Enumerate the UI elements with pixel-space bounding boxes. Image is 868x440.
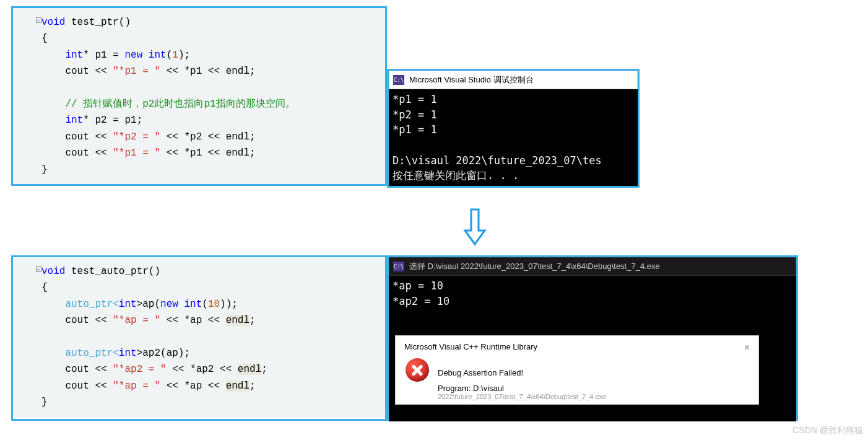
console-line: *p2 = 1: [393, 108, 437, 121]
code-text: "*ap2 = ": [113, 364, 166, 375]
code-text: void: [41, 17, 65, 28]
code-text: auto_ptr<: [65, 299, 118, 310]
code-text: test_auto_ptr(): [65, 266, 160, 277]
code-text: << *ap <<: [160, 381, 226, 392]
code-text: ;: [261, 364, 267, 375]
code-text: 1: [172, 50, 178, 61]
code-text: (: [167, 50, 173, 61]
code-text: cout <<: [65, 381, 113, 392]
code-text: cout <<: [65, 315, 113, 326]
arrow-down-icon: [462, 208, 487, 247]
dialog-text: 2022\future_2023_07\test_7_4\x64\Debug\t…: [438, 393, 750, 400]
code-text: }: [41, 164, 48, 175]
cmd-icon: C:\: [393, 75, 404, 85]
code-text: "*ap = ": [113, 381, 160, 392]
code-text: int: [184, 299, 202, 310]
code-text: cout <<: [65, 364, 113, 375]
code-text: new: [124, 50, 142, 61]
runtime-error-dialog[interactable]: Microsoft Visual C++ Runtime Library × D…: [395, 335, 759, 405]
bottom-code-panel: void test_auto_ptr() { auto_ptr<int>ap(n…: [11, 255, 387, 421]
code-text: [142, 50, 149, 61]
top-console-panel: C:\ Microsoft Visual Studio 调试控制台 *p1 = …: [387, 69, 640, 188]
error-icon: [406, 358, 429, 382]
code-text: ;: [250, 381, 256, 392]
code-text: int: [149, 50, 167, 61]
code-text: 10: [208, 299, 220, 310]
close-icon[interactable]: ×: [744, 342, 750, 353]
code-text: ;: [250, 315, 256, 326]
console-line: *p1 = 1: [393, 123, 437, 136]
code-text: endl: [238, 364, 261, 375]
code-text: int: [119, 299, 137, 310]
code-text: cout <<: [65, 147, 113, 159]
code-text: endl: [226, 381, 250, 392]
code-comment: // 指针赋值时，p2此时也指向p1指向的那块空间。: [65, 99, 295, 110]
code-editor-bottom: void test_auto_ptr() { auto_ptr<int>ap(n…: [13, 257, 385, 417]
console-line: *ap2 = 10: [393, 295, 449, 307]
code-text: >ap(: [137, 299, 160, 310]
console-line: D:\visaul 2022\future_2023_07\tes: [393, 154, 602, 167]
cmd-icon: C:\: [393, 262, 404, 271]
console-line: *ap = 10: [393, 279, 443, 292]
code-text: * p1 =: [83, 50, 124, 61]
console-title-text: Microsoft Visual Studio 调试控制台: [409, 74, 534, 86]
console-bottom: C:\ 选择 D:\visaul 2022\future_2023_07\tes…: [389, 257, 796, 419]
console-top: C:\ Microsoft Visual Studio 调试控制台 *p1 = …: [389, 71, 638, 186]
code-editor-top: void test_ptr() { int* p1 = new int(1); …: [13, 8, 385, 184]
dialog-text: Program: D:\visaul: [438, 384, 750, 393]
code-text: {: [41, 282, 48, 293]
code-text: "*p1 = ": [113, 66, 160, 77]
code-text: void: [41, 266, 65, 277]
console-titlebar[interactable]: C:\ Microsoft Visual Studio 调试控制台: [389, 71, 638, 89]
code-text: new: [160, 299, 178, 310]
code-text: int: [65, 50, 83, 61]
code-text: endl: [226, 315, 250, 326]
code-text: test_ptr(): [65, 17, 131, 28]
code-text: << *ap2 <<: [167, 364, 238, 375]
console-line: *p1 = 1: [393, 93, 437, 105]
code-text: << *p1 << endl;: [160, 66, 256, 77]
console-output: *p1 = 1 *p2 = 1 *p1 = 1 D:\visaul 2022\f…: [389, 89, 638, 186]
dialog-body: Debug Assertion Failed! Program: D:\visa…: [396, 357, 758, 404]
code-text: cout <<: [65, 131, 113, 143]
code-text: "*p2 = ": [113, 131, 160, 143]
code-text: << *ap <<: [160, 315, 226, 326]
top-code-panel: void test_ptr() { int* p1 = new int(1); …: [11, 6, 387, 186]
code-text: << *p1 << endl;: [160, 147, 256, 159]
dialog-title-text: Microsoft Visual C++ Runtime Library: [404, 342, 537, 353]
code-text: "*p1 = ": [113, 147, 160, 159]
bottom-console-panel: C:\ 选择 D:\visaul 2022\future_2023_07\tes…: [387, 255, 798, 421]
code-text: << *p2 << endl;: [160, 131, 256, 143]
console-title-text: 选择 D:\visaul 2022\future_2023_07\test_7_…: [409, 261, 660, 272]
console-line: 按任意键关闭此窗口. . .: [393, 169, 519, 182]
code-text: (: [202, 299, 208, 310]
code-text: }: [41, 397, 48, 408]
watermark: CSDN @胜利熊猫: [792, 425, 863, 436]
code-text: >ap2(ap);: [137, 348, 190, 359]
code-text: cout <<: [65, 66, 113, 77]
code-text: "*ap = ": [113, 315, 160, 326]
console-titlebar[interactable]: C:\ 选择 D:\visaul 2022\future_2023_07\tes…: [389, 257, 796, 276]
dialog-heading: Debug Assertion Failed!: [438, 368, 750, 377]
code-text: int: [65, 115, 83, 126]
code-text: auto_ptr<: [65, 348, 118, 359]
code-text: ));: [220, 299, 238, 310]
code-text: * p2 = p1;: [83, 115, 142, 126]
dialog-titlebar[interactable]: Microsoft Visual C++ Runtime Library ×: [396, 336, 758, 357]
code-text: {: [41, 33, 48, 44]
code-text: );: [178, 50, 190, 61]
code-text: int: [119, 348, 137, 359]
